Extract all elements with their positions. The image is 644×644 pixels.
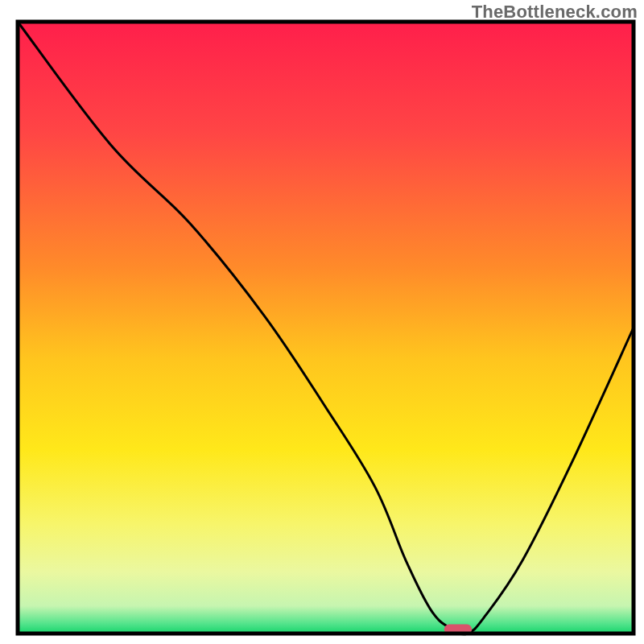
- plot-background: [18, 22, 634, 634]
- bottleneck-chart: TheBottleneck.com: [0, 0, 644, 644]
- watermark-text: TheBottleneck.com: [472, 2, 638, 23]
- chart-svg: [0, 0, 644, 644]
